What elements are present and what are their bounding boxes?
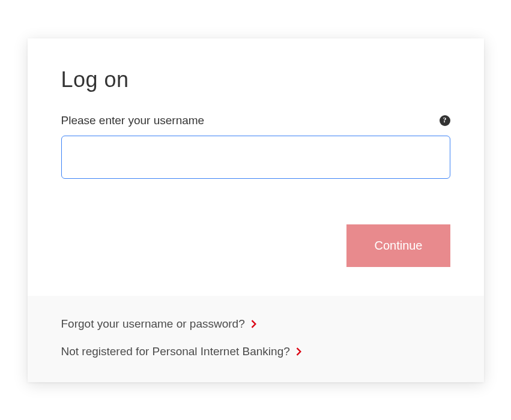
logon-card: Log on Please enter your username ? Cont…: [28, 38, 484, 382]
help-icon[interactable]: ?: [440, 115, 450, 126]
forgot-link-label: Forgot your username or password?: [61, 317, 245, 331]
forgot-link[interactable]: Forgot your username or password?: [61, 317, 450, 331]
chevron-right-icon: [296, 347, 302, 356]
register-link-label: Not registered for Personal Internet Ban…: [61, 345, 290, 358]
username-label-row: Please enter your username ?: [61, 114, 450, 127]
card-main: Log on Please enter your username ? Cont…: [28, 38, 484, 296]
page-title: Log on: [61, 67, 450, 92]
username-label: Please enter your username: [61, 114, 205, 127]
register-link[interactable]: Not registered for Personal Internet Ban…: [61, 345, 450, 358]
continue-button[interactable]: Continue: [346, 224, 450, 267]
chevron-right-icon: [251, 320, 257, 328]
username-input[interactable]: [61, 136, 450, 179]
button-row: Continue: [61, 224, 450, 267]
card-footer: Forgot your username or password? Not re…: [28, 296, 484, 382]
